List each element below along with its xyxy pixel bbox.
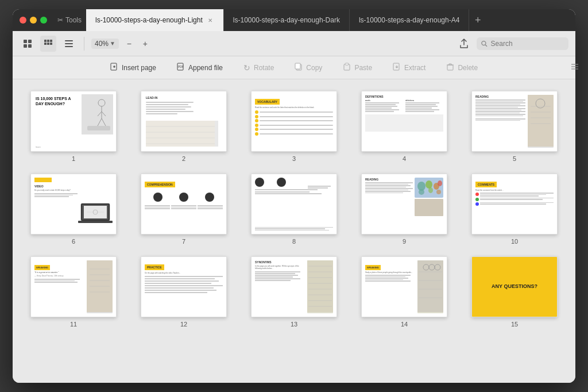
- page-num-11: 11: [70, 321, 77, 328]
- svg-rect-82: [417, 260, 443, 312]
- paste-label: Paste: [354, 64, 372, 72]
- delete-button[interactable]: Delete: [442, 60, 482, 75]
- titlebar: ✂ Tools ls-10000-steps-a-day-enough-Ligh…: [13, 9, 575, 31]
- svg-rect-6: [50, 40, 52, 42]
- append-file-icon: PDF: [177, 63, 185, 72]
- minimize-button[interactable]: [30, 17, 37, 24]
- zoom-increase-button[interactable]: +: [140, 38, 151, 49]
- tools-label: Tools: [65, 16, 82, 24]
- page-thumb-15[interactable]: ANY QUESTIONS?: [471, 256, 558, 317]
- page-item-14[interactable]: SPEAKING Study a photo of three people g…: [361, 256, 447, 328]
- copy-label: Copy: [306, 64, 322, 72]
- view-grid-icon[interactable]: [20, 36, 36, 52]
- tab-dark[interactable]: ls-10000-steps-a-day-enough-Dark: [224, 9, 350, 31]
- page-item-7[interactable]: COMPREHENSION: [141, 174, 227, 245]
- zoom-decrease-button[interactable]: −: [123, 38, 135, 49]
- svg-rect-1: [28, 40, 32, 43]
- rotate-button[interactable]: ↻ Rotate: [239, 61, 278, 75]
- svg-rect-3: [28, 44, 32, 48]
- svg-rect-23: [345, 63, 349, 65]
- app-window: ✂ Tools ls-10000-steps-a-day-enough-Ligh…: [13, 9, 575, 383]
- svg-point-65: [436, 190, 441, 194]
- page-thumb-5[interactable]: READING: [471, 91, 558, 152]
- page-thumb-14[interactable]: SPEAKING Study a photo of three people g…: [361, 256, 447, 317]
- rotate-label: Rotate: [254, 64, 274, 72]
- page-item-4[interactable]: DEFINITIONS words: [361, 91, 447, 162]
- paste-icon: [343, 63, 351, 72]
- page-thumb-4[interactable]: DEFINITIONS words: [361, 91, 447, 152]
- search-icon: [481, 40, 488, 47]
- extract-button[interactable]: Extract: [388, 60, 430, 75]
- page-thumb-13[interactable]: SYNONYMS In this page you will work toge…: [251, 256, 337, 317]
- tab-a4[interactable]: ls-10000-steps-a-day-enough-A4: [350, 9, 469, 31]
- svg-point-13: [482, 41, 486, 45]
- toolbar: 40% ▼ − +: [13, 31, 575, 56]
- svg-rect-12: [65, 46, 73, 47]
- page-thumb-10[interactable]: COMMENTS Read the comment from the artic…: [471, 174, 558, 235]
- page-item-5[interactable]: READING: [471, 91, 558, 162]
- page-num-12: 12: [180, 321, 187, 328]
- insert-page-label: Insert page: [122, 64, 156, 72]
- extract-label: Extract: [404, 64, 425, 72]
- svg-rect-26: [447, 65, 453, 70]
- tab-light-close[interactable]: ✕: [206, 16, 214, 24]
- svg-rect-11: [65, 43, 73, 44]
- search-box[interactable]: [477, 37, 568, 50]
- svg-rect-47: [528, 95, 554, 147]
- page-thumb-11[interactable]: SPEAKING "It is a great art to saunter."…: [30, 256, 117, 317]
- rotate-icon: ↻: [243, 63, 250, 72]
- svg-point-63: [428, 187, 433, 193]
- page-item-10[interactable]: COMMENTS Read the comment from the artic…: [471, 174, 558, 245]
- page-thumb-3[interactable]: VOCABULARY Read the sentence and write t…: [251, 91, 337, 152]
- page-item-2[interactable]: LEAD-IN: [141, 91, 227, 162]
- tab-dark-label: ls-10000-steps-a-day-enough-Dark: [233, 16, 340, 24]
- page-item-11[interactable]: SPEAKING "It is a great art to saunter."…: [30, 256, 117, 328]
- copy-button[interactable]: Copy: [290, 60, 327, 75]
- search-input[interactable]: [491, 40, 564, 48]
- paste-button[interactable]: Paste: [338, 60, 377, 75]
- page-item-12[interactable]: PRACTICE On the page with watching the v…: [141, 256, 227, 328]
- page-item-8[interactable]: 8: [251, 174, 337, 245]
- delete-icon: [446, 63, 454, 72]
- svg-point-62: [425, 180, 432, 189]
- close-button[interactable]: [20, 17, 26, 24]
- svg-rect-55: [78, 221, 113, 223]
- append-file-label: Append file: [188, 64, 223, 72]
- page-num-4: 4: [403, 155, 406, 162]
- svg-text:PDF: PDF: [178, 65, 184, 68]
- page-num-8: 8: [292, 238, 296, 245]
- new-tab-button[interactable]: +: [469, 14, 486, 26]
- page-item-6[interactable]: VIDEO Do you really need to take 10,000 …: [30, 174, 117, 245]
- page-thumb-8[interactable]: [251, 174, 337, 235]
- page-thumb-9[interactable]: READING: [361, 174, 447, 235]
- page-thumb-12[interactable]: PRACTICE On the page with watching the v…: [141, 256, 227, 317]
- svg-rect-9: [50, 43, 52, 45]
- sidebar-toggle[interactable]: [571, 63, 575, 73]
- tab-light[interactable]: ls-10000-steps-a-day-enough-Light ✕: [86, 9, 224, 31]
- share-button[interactable]: [456, 36, 472, 52]
- page-item-13[interactable]: SYNONYMS In this page you will work toge…: [251, 256, 337, 328]
- page-item-1[interactable]: IS 10,000 STEPS A DAY ENOUGH?: [30, 91, 117, 162]
- view-thumbnail-icon[interactable]: [40, 36, 56, 52]
- zoom-value: 40%: [95, 40, 109, 48]
- svg-rect-21: [295, 63, 300, 69]
- view-list-icon[interactable]: [61, 36, 77, 52]
- extract-icon: [393, 63, 401, 72]
- svg-rect-24: [393, 63, 399, 70]
- page-thumb-1[interactable]: IS 10,000 STEPS A DAY ENOUGH?: [30, 91, 117, 152]
- page-item-3[interactable]: VOCABULARY Read the sentence and write t…: [251, 91, 337, 162]
- insert-page-button[interactable]: Insert page: [106, 60, 161, 75]
- page-thumb-6[interactable]: VIDEO Do you really need to take 10,000 …: [30, 174, 117, 235]
- page-thumb-2[interactable]: LEAD-IN: [141, 91, 227, 152]
- page-num-14: 14: [401, 321, 408, 328]
- page-item-9[interactable]: READING: [361, 174, 447, 245]
- page-thumb-7[interactable]: COMPREHENSION: [141, 174, 227, 235]
- page-num-9: 9: [403, 238, 406, 245]
- tools-menu[interactable]: ✂ Tools: [57, 16, 82, 24]
- actionbar: Insert page PDF Append file ↻ Rotate Co: [13, 56, 575, 79]
- page-item-15[interactable]: ANY QUESTIONS? 15: [471, 256, 558, 328]
- page-num-5: 5: [513, 155, 516, 162]
- pages-grid: IS 10,000 STEPS A DAY ENOUGH?: [24, 91, 564, 328]
- append-file-button[interactable]: PDF Append file: [172, 60, 227, 75]
- maximize-button[interactable]: [40, 17, 47, 24]
